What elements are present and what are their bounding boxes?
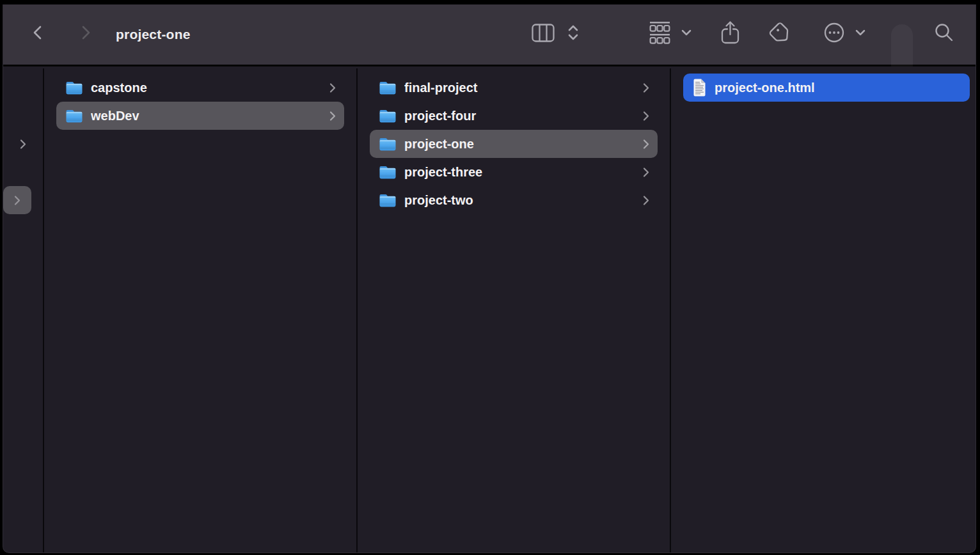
group-by-button[interactable] — [645, 19, 674, 47]
group-by-caret[interactable] — [678, 19, 695, 47]
chevron-up-down-icon — [567, 24, 580, 41]
list-item-final-project[interactable]: final-project — [370, 74, 658, 102]
chevron-right-icon — [14, 195, 20, 206]
chevron-right-icon — [643, 195, 649, 206]
list-item-capstone[interactable]: capstone — [56, 74, 344, 102]
search-button[interactable] — [930, 19, 958, 47]
folder-icon — [379, 81, 397, 95]
item-label: project-two — [404, 193, 635, 208]
share-button[interactable] — [716, 19, 744, 47]
item-label: project-four — [404, 109, 635, 123]
column-browser: capstone webDev — [3, 68, 976, 552]
column-2: final-project project-four — [358, 68, 671, 552]
folder-icon — [65, 109, 83, 123]
folder-icon — [65, 81, 83, 95]
chevron-right-icon — [20, 139, 26, 150]
group-rows-icon — [649, 21, 670, 44]
chevron-down-icon — [681, 29, 692, 36]
column-1: capstone webDev — [44, 68, 358, 552]
item-label: capstone — [91, 81, 322, 95]
share-icon — [720, 20, 740, 45]
chevron-down-icon — [855, 29, 865, 36]
list-item-project-four[interactable]: project-four — [370, 102, 658, 130]
list-item-webdev[interactable]: webDev — [56, 102, 344, 130]
parent-peek-row[interactable] — [3, 130, 43, 158]
chevron-right-icon — [329, 82, 336, 93]
back-button[interactable] — [24, 19, 52, 47]
folder-icon — [379, 137, 397, 152]
list-item-project-three[interactable]: project-three — [370, 158, 658, 186]
chevron-right-icon — [643, 82, 649, 93]
folder-icon — [379, 165, 397, 180]
view-mode-button[interactable] — [529, 19, 557, 47]
list-item-project-one[interactable]: project-one — [370, 130, 658, 158]
view-stepper-button[interactable] — [565, 19, 581, 47]
chevron-right-icon — [643, 167, 649, 178]
tags-button[interactable] — [766, 19, 794, 47]
finder-window: project-one — [3, 4, 976, 553]
parent-column-strip — [3, 68, 44, 552]
ellipsis-circle-icon — [823, 22, 845, 43]
column-3: project-one.html — [671, 68, 976, 552]
item-label: webDev — [91, 109, 322, 123]
list-item-project-two[interactable]: project-two — [370, 186, 658, 214]
column-view-icon — [532, 24, 555, 42]
tag-icon — [768, 20, 793, 45]
more-options-button[interactable] — [820, 19, 848, 47]
more-options-caret[interactable] — [852, 19, 869, 47]
chevron-right-icon — [329, 111, 336, 121]
toolbar-hover-pill — [891, 24, 913, 66]
titlebar: project-one — [3, 4, 976, 66]
magnifier-icon — [934, 22, 954, 43]
item-label: project-three — [404, 165, 635, 180]
chevron-right-icon — [643, 139, 649, 150]
chevron-left-icon — [30, 24, 47, 41]
folder-icon — [379, 109, 397, 123]
html-file-icon — [692, 79, 707, 97]
chevron-right-icon — [77, 24, 93, 41]
item-label: project-one — [404, 137, 635, 152]
folder-icon — [379, 193, 397, 208]
parent-peek-row-selected[interactable] — [3, 186, 31, 214]
window-title: project-one — [116, 4, 191, 65]
forward-button[interactable] — [71, 19, 99, 47]
list-item-project-one-html[interactable]: project-one.html — [683, 74, 970, 102]
item-label: project-one.html — [715, 81, 961, 95]
chevron-right-icon — [643, 111, 649, 121]
item-label: final-project — [404, 81, 635, 95]
